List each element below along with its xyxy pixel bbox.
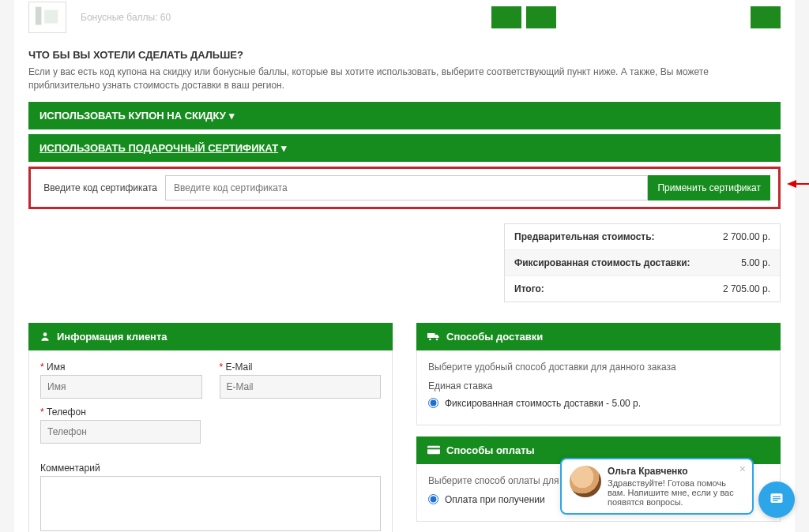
comment-field[interactable] [40, 476, 381, 531]
payment-radio[interactable] [428, 494, 438, 504]
shipping-panel-header: Способы доставки [416, 323, 781, 350]
svg-point-5 [43, 332, 47, 336]
payment-option-label: Оплата при получении [445, 494, 545, 505]
section-heading: ЧТО БЫ ВЫ ХОТЕЛИ СДЕЛАТЬ ДАЛЬШЕ? [28, 39, 781, 66]
totals-row-grand: Итого: 2 705.00 р. [505, 275, 780, 302]
svg-point-8 [436, 339, 438, 341]
client-panel-title: Информация клиента [57, 331, 167, 343]
coupon-accordion[interactable]: ИСПОЛЬЗОВАТЬ КУПОН НА СКИДКУ▾ [28, 102, 781, 129]
name-field[interactable] [40, 375, 202, 399]
cert-panel: Введите код сертификата Применить сертиф… [28, 167, 781, 209]
totals-row-subtotal: Предварительная стоимость: 2 700.00 р. [505, 224, 780, 249]
card-icon [427, 445, 440, 455]
shipping-panel-title: Способы доставки [446, 331, 543, 343]
avatar [570, 466, 601, 497]
totals-value: 5.00 р. [741, 257, 770, 268]
comment-label: Комментарий [40, 463, 381, 474]
cert-accordion-label: ИСПОЛЬЗОВАТЬ ПОДАРОЧНЫЙ СЕРТИФИКАТ [40, 142, 278, 154]
client-column: Информация клиента * Имя * E-Mail * Теле… [28, 323, 393, 532]
chat-agent-name: Ольга Кравченко [608, 466, 744, 477]
svg-rect-13 [773, 498, 781, 499]
section-help: Если у вас есть код купона на скидку или… [28, 66, 781, 102]
cert-input-label: Введите код сертификата [39, 182, 157, 193]
coupon-accordion-label: ИСПОЛЬЗОВАТЬ КУПОН НА СКИДКУ [40, 110, 226, 122]
payment-panel-title: Способы оплаты [446, 444, 535, 456]
phone-label: * Телефон [40, 406, 201, 418]
user-icon [40, 331, 51, 342]
checkout-page: Бонусные баллы: 60 ЧТО БЫ ВЫ ХОТЕЛИ СДЕЛ… [14, 0, 795, 532]
close-icon[interactable]: × [739, 463, 746, 475]
svg-rect-1 [36, 7, 42, 25]
chat-message: Здравствуйте! Готова помочь вам. Напишит… [608, 478, 744, 507]
svg-marker-4 [787, 180, 796, 188]
chat-popup: × Ольга Кравченко Здравствуйте! Готова п… [560, 458, 754, 515]
shipping-option[interactable]: Фиксированная стоимость доставки - 5.00 … [428, 398, 769, 409]
totals-row-shipping: Фиксированная стоимость доставки: 5.00 р… [505, 249, 780, 275]
cert-accordion[interactable]: ИСПОЛЬЗОВАТЬ ПОДАРОЧНЫЙ СЕРТИФИКАТ▾ [28, 134, 781, 162]
shipping-group: Единая ставка [428, 380, 769, 392]
totals-value: 2 700.00 р. [723, 231, 770, 242]
svg-rect-11 [771, 493, 783, 503]
phone-field[interactable] [40, 420, 201, 444]
svg-rect-6 [427, 333, 435, 338]
svg-rect-12 [773, 496, 781, 496]
shipping-help: Выберите удобный способ доставки для дан… [428, 362, 769, 373]
qty-plus-button[interactable] [526, 6, 556, 28]
totals-label: Итого: [514, 283, 544, 294]
truck-icon [427, 331, 440, 342]
bonus-points-text: Бонусные баллы: 60 [81, 12, 487, 23]
apply-cert-button[interactable]: Применить сертификат [648, 175, 770, 200]
cert-code-input[interactable] [165, 175, 648, 200]
chat-launcher-button[interactable] [758, 481, 795, 518]
name-label: * Имя [40, 362, 202, 373]
shipping-option-label: Фиксированная стоимость доставки - 5.00 … [445, 398, 641, 409]
cart-item-row: Бонусные баллы: 60 [28, 0, 781, 39]
caret-down-icon: ▾ [281, 142, 287, 154]
svg-rect-10 [427, 448, 440, 449]
caret-down-icon: ▾ [229, 110, 235, 122]
svg-rect-14 [773, 500, 778, 500]
svg-rect-2 [44, 10, 58, 24]
totals-value: 2 705.00 р. [723, 283, 770, 294]
email-label: * E-Mail [220, 362, 382, 373]
product-thumbnail[interactable] [28, 2, 66, 33]
qty-minus-button[interactable] [491, 6, 521, 28]
totals-label: Предварительная стоимость: [514, 231, 655, 242]
svg-point-7 [429, 339, 431, 341]
totals-label: Фиксированная стоимость доставки: [514, 257, 690, 268]
totals-table: Предварительная стоимость: 2 700.00 р. Ф… [504, 223, 781, 302]
svg-rect-9 [427, 446, 440, 455]
email-field[interactable] [220, 375, 382, 399]
client-panel-header: Информация клиента [28, 323, 393, 350]
chat-icon [769, 491, 785, 509]
shipping-radio[interactable] [428, 398, 438, 408]
remove-button[interactable] [751, 6, 781, 28]
annotation-arrow [787, 178, 809, 193]
